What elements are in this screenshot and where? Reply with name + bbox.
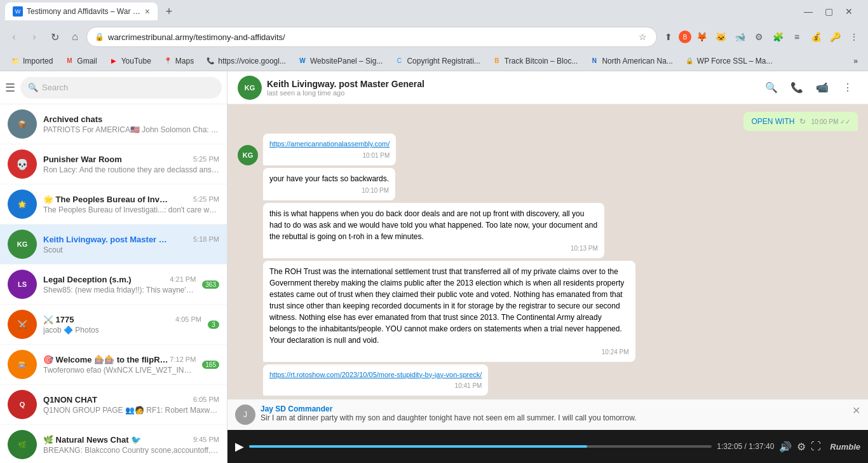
chat-badge: 363	[202, 280, 219, 289]
video-call-button[interactable]: 📹	[812, 78, 832, 98]
bookmarks-bar: 📁 Imported M Gmail ▶ YouTube 📍 Maps 📞 ht…	[0, 51, 868, 71]
extension-icon-2[interactable]: 🐱	[712, 28, 729, 46]
avatar: Q	[8, 390, 37, 419]
list-item[interactable]: ⚔️ ⚔️ 1775 4:05 PM jacob 🔷 Photos 3	[0, 305, 227, 345]
chat-header-status: last seen a long time ago	[267, 89, 756, 97]
message-time: 10:13 PM	[269, 244, 598, 253]
message-row: KG https://americannationalassembly.com/…	[238, 134, 858, 165]
chat-name-row: Legal Deception (s.m.) 4:21 PM	[43, 275, 196, 284]
play-button[interactable]: ▶	[235, 439, 244, 453]
chat-name: 🌟 The Peoples Bureau of Investigation	[43, 195, 170, 204]
bookmark-copyright[interactable]: C Copyright Registrati...	[389, 55, 485, 67]
message-link[interactable]: https://americannationalassembly.com/	[269, 139, 390, 149]
chat-name-row: 🌿 Natural News Chat 🐦 9:45 PM	[43, 435, 219, 445]
share-button[interactable]: ⬆	[660, 28, 677, 46]
chat-preview: jacob 🔷 Photos	[43, 326, 201, 335]
list-item[interactable]: 📦 Archived chats PATRIOTS For AMERICA🇺🇸 …	[0, 104, 227, 144]
bookmark-bitcoin[interactable]: B Track Bitcoin – Bloc...	[487, 55, 583, 67]
list-item[interactable]: 💀 Punisher War Room 5:25 PM Ron Lacy: An…	[0, 144, 227, 184]
bookmark-voice[interactable]: 📞 https://voice.googl...	[200, 55, 291, 67]
bookmark-youtube[interactable]: ▶ YouTube	[104, 55, 156, 67]
chat-name: Keith Livingway. post Master General	[43, 235, 170, 244]
list-item[interactable]: Q Q1NON CHAT 6:05 PM Q1NON GROUP PAGE 👥🧑…	[0, 385, 227, 425]
avatar: 🌟	[8, 190, 37, 219]
fullscreen-button[interactable]: ⛶	[811, 441, 821, 452]
list-item[interactable]: KG Keith Livingway. post Master General …	[0, 225, 227, 265]
minimize-button[interactable]: —	[799, 3, 817, 20]
bookmarks-more[interactable]: »	[848, 55, 863, 67]
chat-header-actions: 🔍 📞 📹 ⋮	[761, 78, 858, 98]
message-text: The ROH Trust was the international sett…	[269, 266, 629, 346]
home-button[interactable]: ⌂	[66, 28, 84, 46]
volume-button[interactable]: 🔊	[779, 441, 792, 453]
more-options-button[interactable]: ⋮	[837, 78, 858, 98]
extension-icon-3[interactable]: 🐋	[731, 28, 749, 46]
bookmark-imported[interactable]: 📁 Imported	[5, 55, 58, 67]
chat-info: Punisher War Room 5:25 PM Ron Lacy: And …	[43, 155, 219, 174]
address-bar-row: ‹ › ↻ ⌂ 🔒 warcrimestribunal.army/testimo…	[0, 23, 868, 51]
chat-info: Keith Livingway. post Master General 5:1…	[43, 235, 219, 254]
list-item[interactable]: 🌿 🌿 Natural News Chat 🐦 9:45 PM BREAKNG:…	[0, 425, 227, 463]
chat-preview: Q1NON GROUP PAGE 👥🧑 RF1: Robert Maxwell …	[43, 406, 219, 415]
reload-button[interactable]: ↻	[46, 28, 64, 46]
chat-name-row: 🎯 Welcome 🎰🎰 to the flipRoom🎯🎯🎰 This wil…	[43, 355, 196, 364]
list-icon[interactable]: ≡	[788, 28, 806, 46]
forward-button[interactable]: ›	[25, 28, 43, 46]
bookmark-maps[interactable]: 📍 Maps	[158, 55, 199, 67]
active-tab[interactable]: W Testimony and Affidavits – War C... ×	[5, 3, 158, 20]
brave-icon[interactable]: B	[679, 31, 691, 43]
list-item[interactable]: 🎰 🎯 Welcome 🎰🎰 to the flipRoom🎯🎯🎰 This w…	[0, 345, 227, 385]
chat-preview: The Peoples Bureau of Investigati...: do…	[43, 205, 219, 214]
wpforce-icon: 🔒	[684, 56, 695, 66]
chat-header: KG Keith Livingway. post Master General …	[227, 71, 868, 104]
chat-time: 5:25 PM	[193, 195, 219, 203]
chat-name: Punisher War Room	[43, 155, 122, 164]
chat-time: 7:12 PM	[170, 356, 196, 363]
search-bar[interactable]: 🔍 Search	[20, 77, 222, 99]
message-row: this is what happens when you do back do…	[238, 203, 858, 258]
chat-name-row: 🌟 The Peoples Bureau of Investigation 5:…	[43, 195, 219, 204]
avatar: 📦	[8, 109, 37, 139]
address-bar[interactable]: 🔒 warcrimestribunal.army/testimony-and-a…	[86, 27, 657, 47]
progress-bar[interactable]	[249, 445, 712, 448]
settings-menu[interactable]: ⋮	[845, 28, 863, 46]
bookmark-northamerican[interactable]: N North American Na...	[584, 55, 677, 67]
bitwarden-icon[interactable]: 🔑	[826, 28, 844, 46]
puzzle-icon[interactable]: 🧩	[769, 28, 787, 46]
bookmark-wpforce[interactable]: 🔒 WP Force SSL – Ma...	[679, 55, 778, 67]
chat-preview: BREAKNG: Blakccono Country scone,account…	[43, 446, 219, 455]
chat-sidebar: ☰ 🔍 Search 📦 Archived chats PATRIOTS For…	[0, 71, 227, 463]
commander-avatar: J	[235, 404, 255, 425]
extension-icon-4[interactable]: ⚙	[750, 28, 768, 46]
menu-icon[interactable]: ☰	[5, 81, 15, 95]
list-item[interactable]: LS Legal Deception (s.m.) 4:21 PM Shew85…	[0, 265, 227, 305]
arrow-icon: ↻	[799, 116, 806, 127]
wallet-icon[interactable]: 💰	[807, 28, 825, 46]
close-button[interactable]: ✕	[840, 3, 858, 20]
extension-icon-1[interactable]: 🦊	[693, 28, 710, 46]
chat-info: ⚔️ 1775 4:05 PM jacob 🔷 Photos	[43, 315, 201, 335]
commander-close-button[interactable]: ✕	[852, 404, 860, 417]
chat-name-row: Q1NON CHAT 6:05 PM	[43, 395, 219, 404]
bookmark-gmail[interactable]: M Gmail	[59, 55, 102, 67]
back-button[interactable]: ‹	[5, 28, 23, 46]
chat-info: 🌿 Natural News Chat 🐦 9:45 PM BREAKNG: B…	[43, 435, 219, 455]
browser-chrome: W Testimony and Affidavits – War C... × …	[0, 0, 868, 71]
message-bubble: The ROH Trust was the international sett…	[263, 261, 635, 362]
search-messages-button[interactable]: 🔍	[761, 78, 782, 98]
tab-close-button[interactable]: ×	[145, 6, 150, 17]
bookmark-star-icon[interactable]: ☆	[636, 31, 649, 43]
message-row: OPEN WITH ↻ 10:00 PM ✓✓	[238, 112, 858, 131]
youtube-icon: ▶	[109, 56, 119, 66]
chat-info: Archived chats PATRIOTS For AMERICA🇺🇸 Jo…	[43, 114, 219, 134]
maximize-button[interactable]: ▢	[820, 3, 837, 20]
call-button[interactable]: 📞	[787, 78, 807, 98]
chat-info: 🌟 The Peoples Bureau of Investigation 5:…	[43, 195, 219, 214]
new-tab-button[interactable]: +	[160, 3, 178, 20]
list-item[interactable]: 🌟 🌟 The Peoples Bureau of Investigation …	[0, 184, 227, 225]
chat-time: 5:18 PM	[193, 235, 219, 243]
bookmark-websitepanel[interactable]: W WebsitePanel – Sig...	[292, 55, 388, 67]
copyright-icon: C	[394, 56, 404, 66]
message-link[interactable]: https://rt.rotoshow.com/2023/10/05/more-…	[269, 370, 482, 380]
settings-button[interactable]: ⚙	[797, 441, 806, 453]
